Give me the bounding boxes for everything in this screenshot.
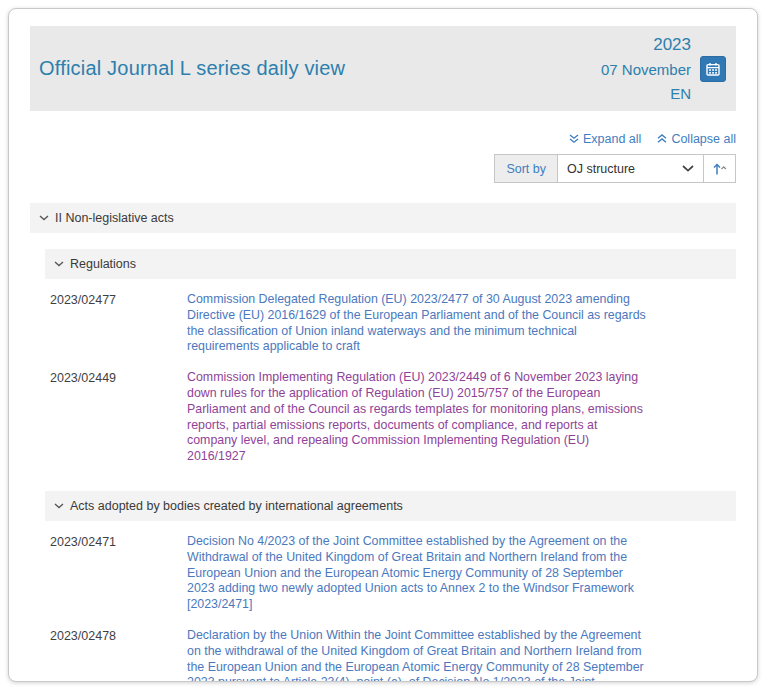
chevron-down-icon [39, 215, 49, 221]
journal-entry-row: 2023/02471 Decision No 4/2023 of the Joi… [30, 534, 736, 613]
subsection: Acts adopted by bodies created by intern… [30, 491, 736, 682]
section-label: II Non-legislative acts [55, 211, 174, 225]
expand-all-label: Expand all [583, 132, 641, 146]
subsection-label: Acts adopted by bodies created by intern… [70, 499, 403, 513]
entry-number: 2023/02471 [30, 534, 187, 613]
oj-daily-view-card: Official Journal L series daily view 202… [8, 8, 758, 682]
selected-day-month: 07 November [601, 58, 691, 81]
page-title: Official Journal L series daily view [39, 57, 345, 80]
language-label: EN [601, 82, 691, 105]
subsection: Regulations 2023/02477 Commission Delega… [30, 249, 736, 465]
subsection-header[interactable]: Acts adopted by bodies created by intern… [45, 491, 736, 521]
selected-year: 2023 [601, 32, 691, 58]
calendar-icon [706, 62, 720, 76]
list-controls: Expand all Collapse all Sort by OJ struc… [30, 132, 736, 183]
entry-number: 2023/02477 [30, 292, 187, 355]
sections-list: II Non-legislative acts Regulations 2023… [30, 203, 736, 682]
chevron-down-icon [682, 165, 694, 172]
subsection-header[interactable]: Regulations [45, 249, 736, 279]
chevron-down-icon [54, 261, 64, 267]
section: II Non-legislative acts Regulations 2023… [30, 203, 736, 682]
journal-entry-row: 2023/02478 Declaration by the Union With… [30, 628, 736, 682]
collapse-all-button[interactable]: Collapse all [657, 132, 736, 146]
entry-title-link[interactable]: Commission Implementing Regulation (EU) … [187, 370, 646, 465]
double-chevron-down-icon [569, 134, 579, 144]
collapse-all-label: Collapse all [671, 132, 736, 146]
double-chevron-up-icon [657, 134, 667, 144]
calendar-button[interactable] [700, 56, 726, 82]
chevron-down-icon [54, 503, 64, 509]
sort-selected-option: OJ structure [567, 162, 635, 176]
journal-entry-row: 2023/02449 Commission Implementing Regul… [30, 370, 736, 465]
sort-ascending-icon [713, 162, 727, 176]
entry-number: 2023/02449 [30, 370, 187, 465]
entry-number: 2023/02478 [30, 628, 187, 682]
sort-by-label: Sort by [495, 155, 558, 182]
date-selector: 2023 07 November EN [601, 32, 726, 105]
section-header[interactable]: II Non-legislative acts [30, 203, 736, 233]
entry-title-link[interactable]: Commission Delegated Regulation (EU) 202… [187, 292, 646, 355]
selected-date: 2023 07 November EN [601, 32, 691, 105]
sort-direction-button[interactable] [704, 155, 735, 182]
subsection-label: Regulations [70, 257, 136, 271]
journal-entry-row: 2023/02477 Commission Delegated Regulati… [30, 292, 736, 355]
expand-all-button[interactable]: Expand all [569, 132, 641, 146]
sort-control: Sort by OJ structure [494, 154, 736, 183]
sort-option-select[interactable]: OJ structure [558, 155, 704, 182]
page-header: Official Journal L series daily view 202… [30, 26, 736, 111]
entry-title-link[interactable]: Decision No 4/2023 of the Joint Committe… [187, 534, 646, 613]
entry-title-link[interactable]: Declaration by the Union Within the Join… [187, 628, 646, 682]
